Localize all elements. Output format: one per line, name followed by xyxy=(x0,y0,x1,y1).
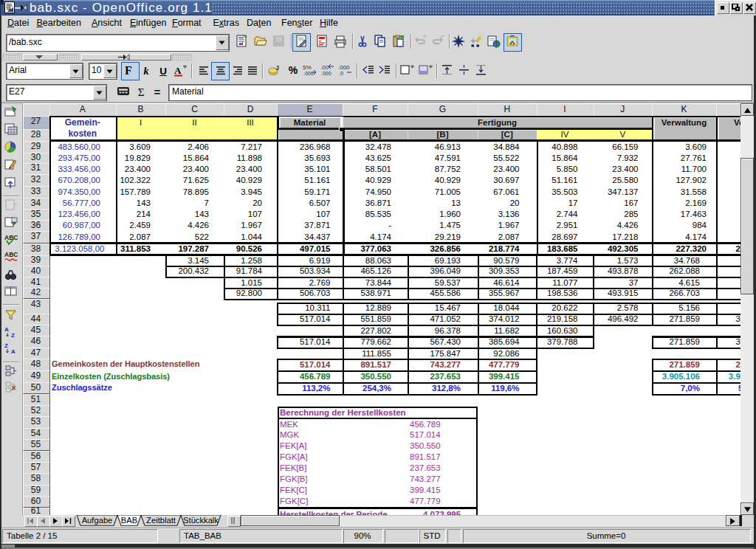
svg-text:.000: .000 xyxy=(338,64,350,71)
svg-text:A: A xyxy=(174,65,182,76)
svg-text:Z: Z xyxy=(4,342,8,349)
svg-text:.00: .00 xyxy=(320,64,329,71)
svg-text:.0: .0 xyxy=(339,71,343,76)
svg-text:.000: .000 xyxy=(321,71,331,76)
svg-text:.000: .000 xyxy=(303,71,314,76)
svg-text:A: A xyxy=(11,348,16,354)
svg-text:A: A xyxy=(4,326,9,333)
svg-text:Aufgabe: Aufgabe xyxy=(82,516,113,525)
svg-text:Zeitblatt: Zeitblatt xyxy=(146,516,176,525)
svg-text:Z: Z xyxy=(11,332,15,338)
svg-text:Stückkalk: Stückkalk xyxy=(183,516,219,525)
svg-text:BAB: BAB xyxy=(121,516,137,525)
svg-text:J: J xyxy=(275,64,279,72)
svg-text:5%: 5% xyxy=(303,64,312,71)
